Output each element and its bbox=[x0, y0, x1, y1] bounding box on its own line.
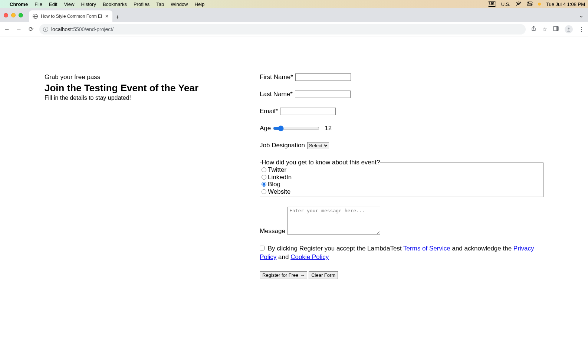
menu-tab[interactable]: Tab bbox=[156, 1, 164, 7]
back-button[interactable]: ← bbox=[4, 26, 10, 33]
wifi-off-icon[interactable] bbox=[516, 1, 522, 7]
message-textarea[interactable] bbox=[288, 207, 380, 235]
radio-row-blog: Blog bbox=[262, 181, 542, 188]
menubar-app-name[interactable]: Chrome bbox=[10, 1, 28, 7]
menubar-left: Chrome File Edit View History Bookmarks … bbox=[3, 1, 204, 7]
input-source-badge[interactable]: US bbox=[488, 1, 496, 7]
forward-button[interactable]: → bbox=[16, 26, 22, 33]
radio-row-linkedin: LinkedIn bbox=[262, 174, 542, 181]
menu-history[interactable]: History bbox=[81, 1, 96, 7]
window-traffic-lights bbox=[4, 13, 23, 17]
consent-text-mid1: and acknowledge the bbox=[450, 245, 513, 252]
age-value: 12 bbox=[325, 125, 332, 132]
last-name-input[interactable] bbox=[295, 91, 351, 98]
clear-button[interactable]: Clear Form bbox=[309, 271, 338, 279]
radio-twitter[interactable] bbox=[262, 167, 266, 172]
address-bar[interactable]: i localhost:5500/end-project/ bbox=[39, 24, 526, 35]
source-legend: How did you get to know about this event… bbox=[262, 159, 380, 166]
first-name-input[interactable] bbox=[295, 73, 351, 81]
tos-link[interactable]: Terms of Service bbox=[403, 245, 450, 252]
svg-point-2 bbox=[528, 2, 529, 3]
age-field: Age 12 bbox=[260, 125, 543, 132]
radio-blog[interactable] bbox=[262, 182, 266, 187]
menubar-right: US U.S. Tue Jul 4 1:08 PM bbox=[488, 1, 585, 7]
message-field: Message bbox=[260, 207, 543, 235]
svg-rect-6 bbox=[556, 26, 558, 31]
subtitle: Fill in the details to stay updated! bbox=[45, 95, 237, 101]
browser-tab[interactable]: How to Style Common Form El ✕ bbox=[29, 10, 112, 22]
radio-twitter-label: Twitter bbox=[268, 166, 286, 174]
tab-close-button[interactable]: ✕ bbox=[105, 14, 109, 19]
job-label: Job Designation bbox=[260, 142, 305, 149]
new-tab-button[interactable]: + bbox=[112, 12, 123, 22]
consent-row: By clicking Register you accept the Lamb… bbox=[260, 245, 543, 262]
consent-text-prefix: By clicking Register you accept the Lamb… bbox=[266, 245, 403, 252]
radio-website[interactable] bbox=[262, 189, 266, 194]
menu-edit[interactable]: Edit bbox=[49, 1, 57, 7]
bookmark-star-icon[interactable]: ☆ bbox=[542, 26, 547, 33]
svg-point-7 bbox=[568, 27, 570, 29]
macos-menubar: Chrome File Edit View History Bookmarks … bbox=[0, 0, 588, 8]
supertitle: Grab your free pass bbox=[45, 73, 237, 81]
site-info-icon[interactable]: i bbox=[43, 27, 48, 32]
form-column: First Name* Last Name* Email* Age 12 Job… bbox=[260, 73, 543, 279]
age-label: Age bbox=[260, 125, 271, 132]
control-center-icon[interactable] bbox=[527, 1, 533, 7]
register-button[interactable]: Register for Free → bbox=[260, 271, 307, 279]
chrome-menu-icon[interactable]: ⋮ bbox=[579, 26, 584, 33]
globe-icon bbox=[33, 14, 38, 19]
menu-view[interactable]: View bbox=[64, 1, 74, 7]
toolbar-right: ☆ ⋮ bbox=[531, 25, 584, 33]
last-name-field: Last Name* bbox=[260, 91, 543, 98]
message-label: Message bbox=[260, 227, 285, 235]
radio-website-label: Website bbox=[268, 188, 290, 196]
url-text: localhost:5500/end-project/ bbox=[51, 26, 114, 32]
radio-linkedin[interactable] bbox=[262, 175, 266, 180]
spotlight-dot-icon[interactable] bbox=[538, 3, 541, 6]
window-minimize-button[interactable] bbox=[11, 13, 16, 17]
tabs-overflow-button[interactable]: ⌄ bbox=[579, 12, 584, 19]
email-label: Email* bbox=[260, 108, 278, 115]
intro-column: Grab your free pass Join the Testing Eve… bbox=[45, 73, 237, 279]
age-slider[interactable] bbox=[273, 125, 319, 131]
page-content: Grab your free pass Join the Testing Eve… bbox=[0, 36, 588, 294]
email-input[interactable] bbox=[280, 108, 336, 115]
radio-linkedin-label: LinkedIn bbox=[268, 174, 292, 181]
menubar-datetime[interactable]: Tue Jul 4 1:08 PM bbox=[546, 1, 585, 7]
menu-window[interactable]: Window bbox=[171, 1, 188, 7]
page-title: Join the Testing Event of the Year bbox=[45, 82, 237, 94]
menu-profiles[interactable]: Profiles bbox=[134, 1, 150, 7]
profile-avatar-icon[interactable] bbox=[565, 25, 573, 33]
window-zoom-button[interactable] bbox=[19, 13, 23, 17]
radio-row-website: Website bbox=[262, 188, 542, 196]
reload-button[interactable]: ⟳ bbox=[27, 26, 34, 33]
email-field: Email* bbox=[260, 108, 543, 115]
job-field: Job Designation Select bbox=[260, 142, 543, 149]
tab-title: How to Style Common Form El bbox=[41, 14, 102, 19]
share-icon[interactable] bbox=[531, 26, 536, 33]
input-source-label[interactable]: U.S. bbox=[501, 1, 510, 7]
chrome-tabstrip: How to Style Common Form El ✕ + ⌄ bbox=[0, 8, 588, 22]
registration-form: First Name* Last Name* Email* Age 12 Job… bbox=[260, 73, 543, 279]
menu-file[interactable]: File bbox=[35, 1, 42, 7]
menu-bookmarks[interactable]: Bookmarks bbox=[103, 1, 127, 7]
radio-blog-label: Blog bbox=[268, 181, 280, 188]
radio-row-twitter: Twitter bbox=[262, 166, 542, 174]
svg-point-4 bbox=[530, 4, 532, 5]
first-name-field: First Name* bbox=[260, 73, 543, 81]
last-name-label: Last Name* bbox=[260, 91, 293, 98]
chrome-toolbar: ← → ⟳ i localhost:5500/end-project/ ☆ ⋮ bbox=[0, 22, 588, 36]
consent-checkbox[interactable] bbox=[260, 246, 265, 250]
consent-text-mid2: and bbox=[276, 253, 290, 260]
job-select[interactable]: Select bbox=[307, 142, 329, 149]
menu-help[interactable]: Help bbox=[195, 1, 205, 7]
form-buttons: Register for Free → Clear Form bbox=[260, 271, 543, 279]
source-fieldset: How did you get to know about this event… bbox=[260, 159, 543, 197]
first-name-label: First Name* bbox=[260, 73, 293, 81]
side-panel-icon[interactable] bbox=[553, 26, 559, 32]
window-close-button[interactable] bbox=[4, 13, 8, 17]
cookie-link[interactable]: Cookie Policy bbox=[290, 253, 329, 260]
